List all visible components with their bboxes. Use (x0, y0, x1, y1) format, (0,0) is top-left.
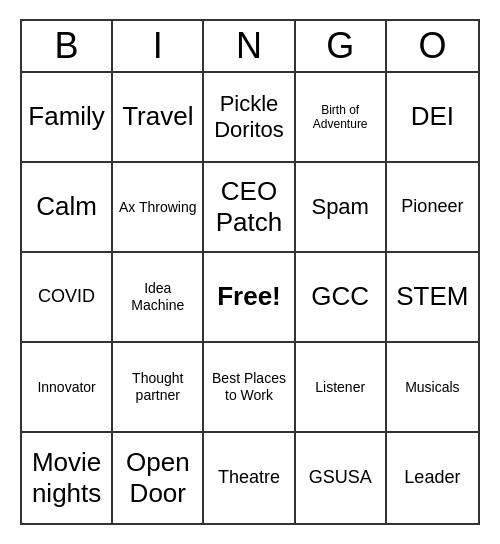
bingo-cell: DEI (387, 73, 478, 163)
bingo-cell: Listener (296, 343, 387, 433)
cell-text: Birth of Adventure (300, 103, 381, 132)
bingo-cell: Movie nights (22, 433, 113, 523)
cell-text: COVID (38, 286, 95, 308)
bingo-cell: Ax Throwing (113, 163, 204, 253)
bingo-cell: GSUSA (296, 433, 387, 523)
cell-text: Thought partner (117, 370, 198, 404)
header-letter: O (387, 21, 478, 71)
bingo-cell: Theatre (204, 433, 295, 523)
cell-text: Travel (122, 101, 193, 132)
bingo-cell: Musicals (387, 343, 478, 433)
bingo-cell: STEM (387, 253, 478, 343)
bingo-cell: GCC (296, 253, 387, 343)
cell-text: CEO Patch (208, 176, 289, 238)
header-letter: B (22, 21, 113, 71)
bingo-cell: Best Places to Work (204, 343, 295, 433)
header-letter: G (296, 21, 387, 71)
cell-text: Innovator (37, 379, 95, 396)
cell-text: Pioneer (401, 196, 463, 218)
bingo-cell: Pioneer (387, 163, 478, 253)
cell-text: STEM (396, 281, 468, 312)
cell-text: Musicals (405, 379, 459, 396)
bingo-cell: Thought partner (113, 343, 204, 433)
cell-text: Movie nights (26, 447, 107, 509)
cell-text: Idea Machine (117, 280, 198, 314)
cell-text: Best Places to Work (208, 370, 289, 404)
cell-text: Free! (217, 281, 281, 312)
bingo-card: BINGO FamilyTravelPickle DoritosBirth of… (20, 19, 480, 525)
bingo-cell: Idea Machine (113, 253, 204, 343)
cell-text: Open Door (117, 447, 198, 509)
bingo-cell: COVID (22, 253, 113, 343)
cell-text: Calm (36, 191, 97, 222)
cell-text: Leader (404, 467, 460, 489)
cell-text: GSUSA (309, 467, 372, 489)
header-letter: N (204, 21, 295, 71)
header-letter: I (113, 21, 204, 71)
cell-text: Pickle Doritos (208, 91, 289, 144)
bingo-cell: Travel (113, 73, 204, 163)
cell-text: Theatre (218, 467, 280, 489)
cell-text: Spam (311, 194, 368, 220)
bingo-cell: Birth of Adventure (296, 73, 387, 163)
free-space: Free! (204, 253, 295, 343)
cell-text: Ax Throwing (119, 199, 197, 216)
bingo-cell: CEO Patch (204, 163, 295, 253)
cell-text: DEI (411, 101, 454, 132)
bingo-cell: Calm (22, 163, 113, 253)
bingo-cell: Open Door (113, 433, 204, 523)
bingo-cell: Spam (296, 163, 387, 253)
cell-text: Family (28, 101, 105, 132)
bingo-cell: Family (22, 73, 113, 163)
bingo-cell: Innovator (22, 343, 113, 433)
cell-text: Listener (315, 379, 365, 396)
bingo-grid: FamilyTravelPickle DoritosBirth of Adven… (22, 73, 478, 523)
bingo-cell: Pickle Doritos (204, 73, 295, 163)
cell-text: GCC (311, 281, 369, 312)
bingo-cell: Leader (387, 433, 478, 523)
bingo-header: BINGO (22, 21, 478, 73)
